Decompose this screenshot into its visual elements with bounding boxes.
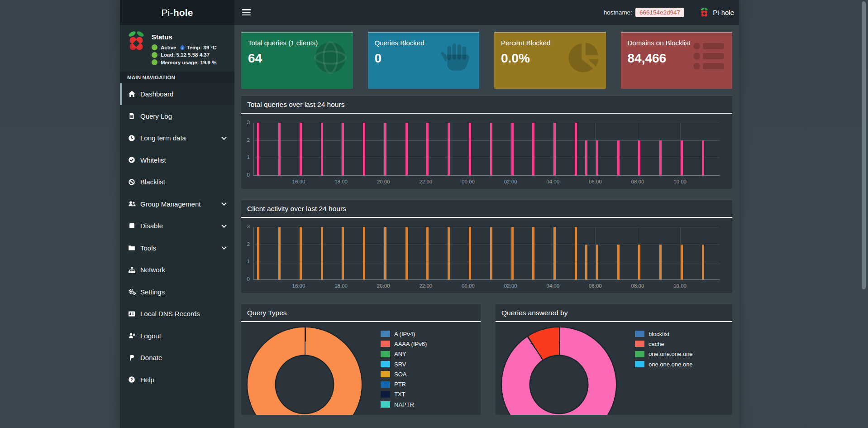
y-tick-label: 3 bbox=[242, 120, 250, 125]
bar bbox=[681, 245, 683, 279]
temp-icon bbox=[180, 44, 185, 50]
raspberry-icon bbox=[126, 30, 146, 67]
status-dot bbox=[152, 44, 157, 50]
legend-label: one.one.one.one bbox=[649, 361, 693, 368]
summary-cards: Total queries (1 clients)64Queries Block… bbox=[241, 32, 732, 89]
gridline bbox=[253, 227, 720, 227]
question-circle-icon: ? bbox=[127, 376, 136, 383]
client-activity-chart[interactable]: 012316:0018:0020:0022:0000:0002:0004:000… bbox=[253, 227, 720, 279]
bar bbox=[596, 245, 598, 279]
sidebar-nav: DashboardQuery LogLong term dataWhitelis… bbox=[120, 83, 234, 391]
y-tick-label: 1 bbox=[242, 259, 250, 264]
x-tick-label: 16:00 bbox=[292, 283, 305, 289]
bar bbox=[702, 140, 704, 175]
legend-label: cache bbox=[649, 341, 664, 347]
sidebar-item-tools[interactable]: Tools bbox=[120, 237, 234, 259]
chevron-down-icon bbox=[221, 135, 226, 139]
status-dot bbox=[152, 52, 157, 58]
sidebar-item-help[interactable]: ?Help bbox=[120, 369, 234, 391]
sidebar-item-long-term-data[interactable]: Long term data bbox=[120, 127, 234, 149]
bar bbox=[596, 140, 598, 175]
bar bbox=[300, 123, 302, 175]
sidebar-item-label: Network bbox=[140, 266, 165, 274]
sidebar-item-whitelist[interactable]: Whitelist bbox=[120, 149, 234, 171]
sidebar-item-blacklist[interactable]: Blacklist bbox=[120, 171, 234, 193]
legend-swatch bbox=[635, 351, 644, 357]
legend-label: ANY bbox=[394, 351, 406, 357]
legend-item: ANY bbox=[381, 349, 427, 359]
y-tick-label: 2 bbox=[242, 137, 250, 143]
legend-label: PTR bbox=[394, 381, 406, 388]
bar bbox=[426, 227, 429, 279]
bar bbox=[405, 123, 408, 175]
sidebar-item-label: Tools bbox=[140, 244, 156, 252]
gridline bbox=[253, 158, 720, 158]
bar bbox=[617, 245, 620, 279]
bar bbox=[490, 227, 492, 279]
gridline bbox=[253, 262, 720, 262]
sidebar-item-dashboard[interactable]: Dashboard bbox=[120, 83, 234, 106]
sidebar-item-donate[interactable]: Donate bbox=[120, 347, 234, 369]
bar bbox=[617, 140, 620, 175]
bar bbox=[511, 227, 514, 279]
hamburger-icon[interactable] bbox=[242, 9, 251, 16]
legend-item: cache bbox=[635, 339, 693, 349]
bar bbox=[384, 123, 386, 175]
x-tick-label: 08:00 bbox=[631, 179, 644, 184]
legend-label: TXT bbox=[394, 391, 405, 398]
bar bbox=[681, 140, 683, 175]
sidebar-item-logout[interactable]: Logout bbox=[120, 325, 234, 347]
total-queries-chart[interactable]: 012316:0018:0020:0022:0000:0002:0004:000… bbox=[253, 123, 720, 175]
bar bbox=[532, 227, 534, 279]
home-icon bbox=[127, 90, 136, 98]
y-tick-label: 1 bbox=[242, 155, 250, 160]
legend-swatch bbox=[635, 341, 644, 347]
bar bbox=[363, 123, 365, 175]
bar bbox=[278, 227, 281, 279]
legend-label: SOA bbox=[394, 371, 406, 378]
navbar-brand-text: Pi-hole bbox=[713, 9, 734, 16]
card-percent-blocked: Percent Blocked0.0% bbox=[494, 32, 606, 89]
bar bbox=[321, 227, 323, 279]
sidebar-item-disable[interactable]: Disable bbox=[120, 215, 234, 237]
legend-label: NAPTR bbox=[394, 401, 414, 408]
gridline bbox=[253, 245, 720, 245]
brand-logo[interactable]: Pi-hole bbox=[120, 0, 234, 25]
logout-icon bbox=[127, 332, 136, 339]
hand-icon bbox=[439, 39, 475, 77]
list-icon bbox=[692, 39, 728, 73]
sidebar-item-network[interactable]: Network bbox=[120, 259, 234, 281]
gridline bbox=[341, 123, 342, 175]
legend-label: A (IPv4) bbox=[394, 331, 415, 337]
panel-title: Client activity over last 24 hours bbox=[247, 205, 346, 212]
sidebar-item-local-dns-records[interactable]: Local DNS Records bbox=[120, 303, 234, 325]
sidebar-item-label: Settings bbox=[140, 288, 165, 296]
sidebar-item-label: Dashboard bbox=[140, 90, 173, 98]
donut-hole bbox=[276, 356, 333, 413]
sidebar-item-label: Disable bbox=[140, 222, 163, 230]
x-tick-label: 02:00 bbox=[504, 283, 517, 289]
users-icon bbox=[127, 200, 136, 207]
sidebar-item-group-management[interactable]: Group Management bbox=[120, 193, 234, 215]
status-row: Active Temp: 39 °C bbox=[152, 44, 216, 50]
bar bbox=[342, 123, 344, 175]
sidebar-item-label: Local DNS Records bbox=[140, 310, 200, 317]
bar bbox=[638, 140, 640, 175]
stop-icon bbox=[127, 222, 136, 229]
sidebar-item-query-log[interactable]: Query Log bbox=[120, 105, 234, 127]
x-tick-label: 20:00 bbox=[377, 179, 390, 184]
query-types-donut bbox=[248, 327, 362, 415]
pihole-app: Pi-hole hostname: 666154e2d947 Pi-hole S… bbox=[120, 0, 739, 428]
bar bbox=[575, 227, 577, 279]
legend-swatch bbox=[635, 331, 644, 337]
main-content: Total queries (1 clients)64Queries Block… bbox=[234, 25, 739, 428]
x-tick-label: 18:00 bbox=[334, 179, 348, 184]
chevron-down-icon bbox=[221, 201, 226, 206]
page-scrollbar[interactable] bbox=[862, 1, 866, 289]
legend-swatch bbox=[381, 361, 390, 367]
legend-item: blocklist bbox=[635, 329, 693, 339]
sidebar-item-label: Logout bbox=[140, 332, 161, 340]
gridline bbox=[253, 279, 720, 280]
sidebar-item-settings[interactable]: Settings bbox=[120, 281, 234, 303]
x-tick-label: 04:00 bbox=[546, 283, 559, 289]
